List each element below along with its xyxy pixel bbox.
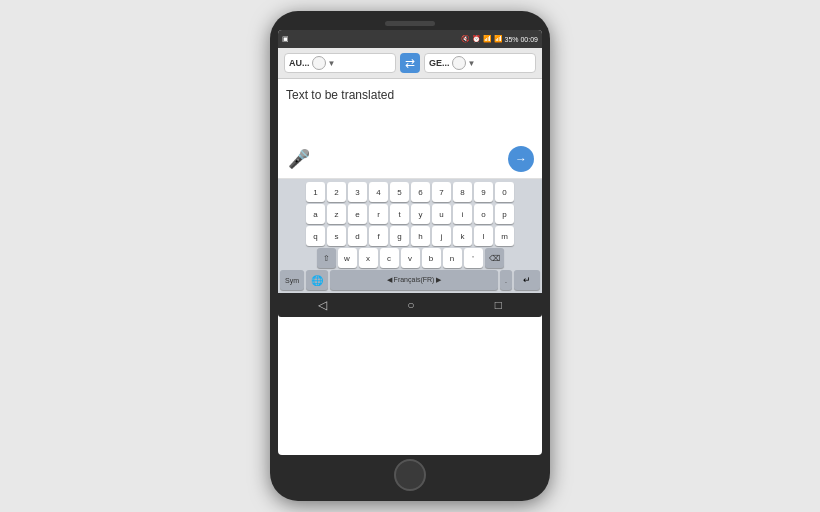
key-b[interactable]: b: [422, 248, 441, 268]
physical-home-button[interactable]: [394, 459, 426, 491]
shift-key[interactable]: ⇧: [317, 248, 336, 268]
key-7[interactable]: 7: [432, 182, 451, 202]
key-u[interactable]: u: [432, 204, 451, 224]
keyboard: 1 2 3 4 5 6 7 8 9 0 a z e r t y u i: [278, 179, 542, 293]
source-lang-dropdown-icon: ▼: [328, 59, 336, 68]
translation-actions: 🎤 →: [286, 146, 534, 172]
key-apostrophe[interactable]: ': [464, 248, 483, 268]
target-lang-selector[interactable]: GE... ▼: [424, 53, 536, 73]
sym-key[interactable]: Sym: [280, 270, 304, 290]
mic-button[interactable]: 🎤: [286, 146, 312, 172]
key-m[interactable]: m: [495, 226, 514, 246]
keyboard-row-azerty3: ⇧ w x c v b n ' ⌫: [280, 248, 540, 268]
input-text: Text to be translated: [286, 87, 534, 104]
phone-speaker: [385, 21, 435, 26]
language-indicator[interactable]: ◀ Français(FR) ▶: [330, 270, 498, 290]
swap-icon: ⇄: [405, 56, 415, 70]
key-j[interactable]: j: [432, 226, 451, 246]
key-c[interactable]: c: [380, 248, 399, 268]
key-9[interactable]: 9: [474, 182, 493, 202]
key-g[interactable]: g: [390, 226, 409, 246]
status-icons: 🔇 ⏰ 📶 📶: [461, 35, 503, 43]
key-r[interactable]: r: [369, 204, 388, 224]
translation-input-area[interactable]: Text to be translated 🎤 →: [278, 79, 542, 179]
home-button[interactable]: ○: [407, 298, 414, 312]
translate-button[interactable]: →: [508, 146, 534, 172]
key-1[interactable]: 1: [306, 182, 325, 202]
key-w[interactable]: w: [338, 248, 357, 268]
key-o[interactable]: o: [474, 204, 493, 224]
translate-arrow-icon: →: [515, 152, 527, 166]
target-lang-text: GE...: [429, 58, 450, 68]
key-l[interactable]: l: [474, 226, 493, 246]
key-n[interactable]: n: [443, 248, 462, 268]
key-z[interactable]: z: [327, 204, 346, 224]
key-6[interactable]: 6: [411, 182, 430, 202]
phone-screen: ▣ 🔇 ⏰ 📶 📶 35% 00:09 AU... ▼ ⇄ GE... ▼: [278, 30, 542, 455]
key-5[interactable]: 5: [390, 182, 409, 202]
source-lang-icon: [312, 56, 326, 70]
key-i[interactable]: i: [453, 204, 472, 224]
key-3[interactable]: 3: [348, 182, 367, 202]
swap-languages-button[interactable]: ⇄: [400, 53, 420, 73]
keyboard-row-azerty1: a z e r t y u i o p: [280, 204, 540, 224]
key-x[interactable]: x: [359, 248, 378, 268]
key-k[interactable]: k: [453, 226, 472, 246]
keyboard-row-numbers: 1 2 3 4 5 6 7 8 9 0: [280, 182, 540, 202]
key-q[interactable]: q: [306, 226, 325, 246]
target-lang-dropdown-icon: ▼: [468, 59, 476, 68]
battery-text: 35% 00:09: [505, 36, 538, 43]
translator-toolbar: AU... ▼ ⇄ GE... ▼: [278, 48, 542, 79]
key-s[interactable]: s: [327, 226, 346, 246]
key-t[interactable]: t: [390, 204, 409, 224]
key-a[interactable]: a: [306, 204, 325, 224]
keyboard-row-azerty2: q s d f g h j k l m: [280, 226, 540, 246]
key-p[interactable]: p: [495, 204, 514, 224]
key-v[interactable]: v: [401, 248, 420, 268]
source-lang-selector[interactable]: AU... ▼: [284, 53, 396, 73]
key-f[interactable]: f: [369, 226, 388, 246]
backspace-key[interactable]: ⌫: [485, 248, 504, 268]
keyboard-bottom-row: Sym 🌐 ◀ Français(FR) ▶ . ↵: [280, 270, 540, 290]
key-0[interactable]: 0: [495, 182, 514, 202]
key-d[interactable]: d: [348, 226, 367, 246]
status-left: ▣: [282, 35, 289, 43]
key-2[interactable]: 2: [327, 182, 346, 202]
nav-bar: ◁ ○ □: [278, 293, 542, 317]
key-4[interactable]: 4: [369, 182, 388, 202]
globe-key[interactable]: 🌐: [306, 270, 328, 290]
status-right: 🔇 ⏰ 📶 📶 35% 00:09: [461, 35, 538, 43]
key-y[interactable]: y: [411, 204, 430, 224]
key-h[interactable]: h: [411, 226, 430, 246]
status-left-icon: ▣: [282, 35, 289, 43]
back-button[interactable]: ◁: [318, 298, 327, 312]
mic-icon: 🎤: [288, 148, 310, 170]
target-lang-icon: [452, 56, 466, 70]
key-8[interactable]: 8: [453, 182, 472, 202]
period-key[interactable]: .: [500, 270, 512, 290]
recent-button[interactable]: □: [495, 298, 502, 312]
phone-device: ▣ 🔇 ⏰ 📶 📶 35% 00:09 AU... ▼ ⇄ GE... ▼: [270, 11, 550, 501]
status-bar: ▣ 🔇 ⏰ 📶 📶 35% 00:09: [278, 30, 542, 48]
source-lang-text: AU...: [289, 58, 310, 68]
phone-top-bar: [278, 21, 542, 26]
enter-key[interactable]: ↵: [514, 270, 540, 290]
key-e[interactable]: e: [348, 204, 367, 224]
